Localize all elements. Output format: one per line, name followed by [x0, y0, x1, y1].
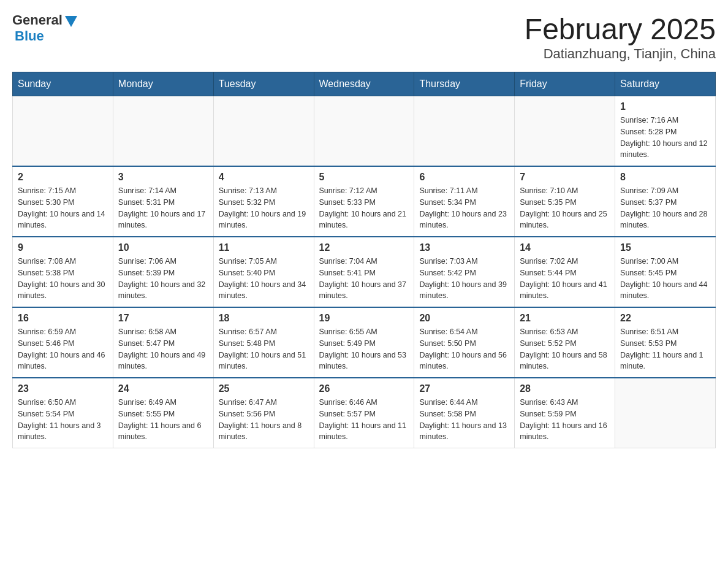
day-info: Sunrise: 7:13 AM Sunset: 5:32 PM Dayligh…: [219, 185, 309, 231]
calendar-cell: [615, 378, 716, 448]
calendar-cell: 19Sunrise: 6:55 AM Sunset: 5:49 PM Dayli…: [314, 307, 414, 378]
calendar-cell: 15Sunrise: 7:00 AM Sunset: 5:45 PM Dayli…: [615, 237, 716, 307]
calendar-cell: 24Sunrise: 6:49 AM Sunset: 5:55 PM Dayli…: [113, 378, 213, 448]
day-number: 27: [419, 383, 509, 394]
day-info: Sunrise: 6:51 AM Sunset: 5:53 PM Dayligh…: [620, 326, 710, 372]
calendar-cell: 11Sunrise: 7:05 AM Sunset: 5:40 PM Dayli…: [213, 237, 314, 307]
calendar-week-row: 1Sunrise: 7:16 AM Sunset: 5:28 PM Daylig…: [13, 96, 716, 167]
day-number: 2: [18, 172, 108, 183]
day-info: Sunrise: 7:04 AM Sunset: 5:41 PM Dayligh…: [319, 256, 409, 302]
calendar-cell: 18Sunrise: 6:57 AM Sunset: 5:48 PM Dayli…: [213, 307, 314, 378]
calendar-cell: 10Sunrise: 7:06 AM Sunset: 5:39 PM Dayli…: [113, 237, 213, 307]
day-number: 28: [520, 383, 610, 394]
calendar-cell: 16Sunrise: 6:59 AM Sunset: 5:46 PM Dayli…: [13, 307, 113, 378]
day-number: 26: [319, 383, 409, 394]
calendar-cell: 4Sunrise: 7:13 AM Sunset: 5:32 PM Daylig…: [213, 166, 314, 237]
logo-triangle-icon: [65, 16, 77, 27]
day-number: 13: [419, 242, 509, 253]
day-info: Sunrise: 7:05 AM Sunset: 5:40 PM Dayligh…: [219, 256, 309, 302]
calendar-header-saturday: Saturday: [615, 72, 716, 96]
day-number: 15: [620, 242, 710, 253]
calendar-cell: 28Sunrise: 6:43 AM Sunset: 5:59 PM Dayli…: [515, 378, 615, 448]
calendar-cell: [213, 96, 314, 167]
day-number: 23: [18, 383, 108, 394]
day-number: 19: [319, 313, 409, 324]
day-number: 9: [18, 242, 108, 253]
day-number: 1: [620, 101, 710, 112]
day-info: Sunrise: 7:11 AM Sunset: 5:34 PM Dayligh…: [419, 185, 509, 231]
day-number: 11: [219, 242, 309, 253]
day-info: Sunrise: 6:54 AM Sunset: 5:50 PM Dayligh…: [419, 326, 509, 372]
day-info: Sunrise: 7:00 AM Sunset: 5:45 PM Dayligh…: [620, 256, 710, 302]
calendar-week-row: 16Sunrise: 6:59 AM Sunset: 5:46 PM Dayli…: [13, 307, 716, 378]
calendar-cell: [113, 96, 213, 167]
calendar-cell: 23Sunrise: 6:50 AM Sunset: 5:54 PM Dayli…: [13, 378, 113, 448]
calendar-header-sunday: Sunday: [13, 72, 113, 96]
day-number: 8: [620, 172, 710, 183]
calendar-header-tuesday: Tuesday: [213, 72, 314, 96]
day-number: 3: [118, 172, 208, 183]
logo-general-label: General: [12, 12, 63, 28]
day-info: Sunrise: 6:49 AM Sunset: 5:55 PM Dayligh…: [118, 397, 208, 443]
day-info: Sunrise: 6:59 AM Sunset: 5:46 PM Dayligh…: [18, 326, 108, 372]
day-info: Sunrise: 6:50 AM Sunset: 5:54 PM Dayligh…: [18, 397, 108, 443]
day-number: 12: [319, 242, 409, 253]
day-number: 10: [118, 242, 208, 253]
title-section: February 2025 Datianzhuang, Tianjin, Chi…: [525, 12, 716, 62]
day-number: 7: [520, 172, 610, 183]
day-number: 16: [18, 313, 108, 324]
calendar-header-monday: Monday: [113, 72, 213, 96]
day-info: Sunrise: 7:15 AM Sunset: 5:30 PM Dayligh…: [18, 185, 108, 231]
calendar-week-row: 2Sunrise: 7:15 AM Sunset: 5:30 PM Daylig…: [13, 166, 716, 237]
day-number: 22: [620, 313, 710, 324]
day-info: Sunrise: 6:43 AM Sunset: 5:59 PM Dayligh…: [520, 397, 610, 443]
day-number: 14: [520, 242, 610, 253]
calendar-cell: 26Sunrise: 6:46 AM Sunset: 5:57 PM Dayli…: [314, 378, 414, 448]
day-info: Sunrise: 7:12 AM Sunset: 5:33 PM Dayligh…: [319, 185, 409, 231]
calendar-cell: 21Sunrise: 6:53 AM Sunset: 5:52 PM Dayli…: [515, 307, 615, 378]
day-info: Sunrise: 7:10 AM Sunset: 5:35 PM Dayligh…: [520, 185, 610, 231]
logo: General Blue: [12, 12, 77, 44]
day-info: Sunrise: 7:09 AM Sunset: 5:37 PM Dayligh…: [620, 185, 710, 231]
day-info: Sunrise: 6:47 AM Sunset: 5:56 PM Dayligh…: [219, 397, 309, 443]
day-number: 6: [419, 172, 509, 183]
logo-blue-label: Blue: [15, 28, 44, 44]
calendar-header-friday: Friday: [515, 72, 615, 96]
day-number: 18: [219, 313, 309, 324]
calendar-cell: 7Sunrise: 7:10 AM Sunset: 5:35 PM Daylig…: [515, 166, 615, 237]
day-info: Sunrise: 6:44 AM Sunset: 5:58 PM Dayligh…: [419, 397, 509, 443]
calendar-cell: 1Sunrise: 7:16 AM Sunset: 5:28 PM Daylig…: [615, 96, 716, 167]
calendar-cell: 6Sunrise: 7:11 AM Sunset: 5:34 PM Daylig…: [414, 166, 515, 237]
month-title: February 2025: [525, 12, 716, 46]
day-info: Sunrise: 6:58 AM Sunset: 5:47 PM Dayligh…: [118, 326, 208, 372]
calendar-cell: 27Sunrise: 6:44 AM Sunset: 5:58 PM Dayli…: [414, 378, 515, 448]
calendar-header-row: SundayMondayTuesdayWednesdayThursdayFrid…: [13, 72, 716, 96]
calendar-cell: 25Sunrise: 6:47 AM Sunset: 5:56 PM Dayli…: [213, 378, 314, 448]
calendar-cell: [414, 96, 515, 167]
calendar-week-row: 9Sunrise: 7:08 AM Sunset: 5:38 PM Daylig…: [13, 237, 716, 307]
page-header: General Blue February 2025 Datianzhuang,…: [12, 12, 716, 62]
day-info: Sunrise: 6:55 AM Sunset: 5:49 PM Dayligh…: [319, 326, 409, 372]
calendar-cell: 8Sunrise: 7:09 AM Sunset: 5:37 PM Daylig…: [615, 166, 716, 237]
day-info: Sunrise: 7:03 AM Sunset: 5:42 PM Dayligh…: [419, 256, 509, 302]
calendar-cell: [13, 96, 113, 167]
calendar-cell: 13Sunrise: 7:03 AM Sunset: 5:42 PM Dayli…: [414, 237, 515, 307]
day-info: Sunrise: 7:16 AM Sunset: 5:28 PM Dayligh…: [620, 115, 710, 161]
day-info: Sunrise: 6:46 AM Sunset: 5:57 PM Dayligh…: [319, 397, 409, 443]
calendar-cell: 12Sunrise: 7:04 AM Sunset: 5:41 PM Dayli…: [314, 237, 414, 307]
calendar-cell: 22Sunrise: 6:51 AM Sunset: 5:53 PM Dayli…: [615, 307, 716, 378]
day-number: 17: [118, 313, 208, 324]
calendar-week-row: 23Sunrise: 6:50 AM Sunset: 5:54 PM Dayli…: [13, 378, 716, 448]
day-number: 5: [319, 172, 409, 183]
day-info: Sunrise: 6:57 AM Sunset: 5:48 PM Dayligh…: [219, 326, 309, 372]
day-number: 4: [219, 172, 309, 183]
day-number: 24: [118, 383, 208, 394]
day-number: 20: [419, 313, 509, 324]
day-info: Sunrise: 7:14 AM Sunset: 5:31 PM Dayligh…: [118, 185, 208, 231]
day-number: 25: [219, 383, 309, 394]
day-number: 21: [520, 313, 610, 324]
day-info: Sunrise: 7:08 AM Sunset: 5:38 PM Dayligh…: [18, 256, 108, 302]
calendar-header-wednesday: Wednesday: [314, 72, 414, 96]
location-title: Datianzhuang, Tianjin, China: [525, 46, 716, 62]
calendar-cell: 20Sunrise: 6:54 AM Sunset: 5:50 PM Dayli…: [414, 307, 515, 378]
